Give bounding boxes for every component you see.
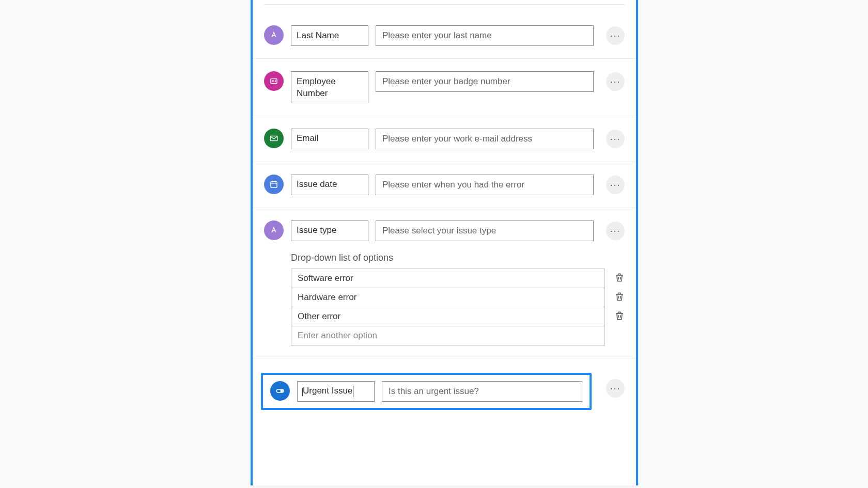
text-icon xyxy=(264,221,284,240)
field-label-input[interactable]: Issue type xyxy=(291,221,368,241)
more-button[interactable]: ··· xyxy=(606,26,625,45)
field-label-input[interactable]: IUrgent Issue xyxy=(297,381,375,402)
more-button[interactable]: ··· xyxy=(606,176,625,194)
more-button[interactable]: ··· xyxy=(606,72,625,91)
toggle-icon xyxy=(270,381,290,401)
field-row[interactable]: Issue typePlease select your issue type·… xyxy=(253,208,636,358)
field-main: Issue datePlease enter when you had the … xyxy=(264,175,625,195)
more-button[interactable]: ··· xyxy=(606,379,625,398)
selected-row-wrapper: IUrgent IssueIs this an urgent issue?··· xyxy=(257,366,625,410)
field-row[interactable]: EmailPlease enter your work e-mail addre… xyxy=(253,116,636,162)
field-main: EmailPlease enter your work e-mail addre… xyxy=(264,129,625,149)
field-main: IUrgent IssueIs this an urgent issue? xyxy=(270,381,582,402)
dropdown-option-row: Other error xyxy=(291,307,625,326)
field-row[interactable]: Employee NumberPlease enter your badge n… xyxy=(253,59,636,116)
delete-option-button[interactable] xyxy=(614,272,625,284)
add-option-input[interactable]: Enter another option xyxy=(291,326,605,345)
field-label-input[interactable]: Issue date xyxy=(291,175,368,195)
field-main: Employee NumberPlease enter your badge n… xyxy=(264,71,625,103)
more-button[interactable]: ··· xyxy=(606,222,625,240)
dropdown-option-row: Enter another option xyxy=(291,326,625,345)
svg-point-4 xyxy=(281,390,283,392)
field-placeholder-input[interactable]: Please select your issue type xyxy=(376,221,594,241)
more-button[interactable]: ··· xyxy=(606,130,625,148)
dropdown-option-row: Hardware error xyxy=(291,288,625,307)
delete-option-button[interactable] xyxy=(614,291,625,303)
field-placeholder-input[interactable]: Is this an urgent issue? xyxy=(382,381,582,402)
form-builder-card: Last NamePlease enter your last name···E… xyxy=(251,0,638,485)
field-row-selected[interactable]: IUrgent IssueIs this an urgent issue? xyxy=(261,373,592,410)
field-label-input[interactable]: Employee Number xyxy=(291,71,368,103)
field-placeholder-input[interactable]: Please enter when you had the error xyxy=(376,175,594,195)
calendar-icon xyxy=(264,175,284,194)
delete-option-button[interactable] xyxy=(614,310,625,322)
dropdown-option-row: Software error xyxy=(291,269,625,288)
number-icon xyxy=(264,71,284,91)
field-placeholder-input[interactable]: Please enter your work e-mail address xyxy=(376,129,594,149)
field-placeholder-input[interactable]: Please enter your last name xyxy=(376,25,594,46)
field-row[interactable]: Issue datePlease enter when you had the … xyxy=(253,162,636,208)
field-main: Last NamePlease enter your last name··· xyxy=(264,25,625,46)
dropdown-option-input[interactable]: Other error xyxy=(291,307,605,326)
dropdown-option-input[interactable]: Software error xyxy=(291,269,605,288)
dropdown-title: Drop-down list of options xyxy=(291,253,625,263)
text-caret xyxy=(353,386,353,397)
email-icon xyxy=(264,129,284,148)
dropdown-options-section: Drop-down list of optionsSoftware errorH… xyxy=(291,253,625,345)
field-main: Issue typePlease select your issue type·… xyxy=(264,221,625,241)
field-row[interactable]: Last NamePlease enter your last name··· xyxy=(253,5,636,59)
svg-rect-2 xyxy=(271,182,277,187)
field-placeholder-input[interactable]: Please enter your badge number xyxy=(376,71,594,92)
dropdown-option-input[interactable]: Hardware error xyxy=(291,288,605,307)
field-label-input[interactable]: Email xyxy=(291,129,368,149)
field-label-input[interactable]: Last Name xyxy=(291,25,368,46)
text-icon xyxy=(264,25,284,45)
